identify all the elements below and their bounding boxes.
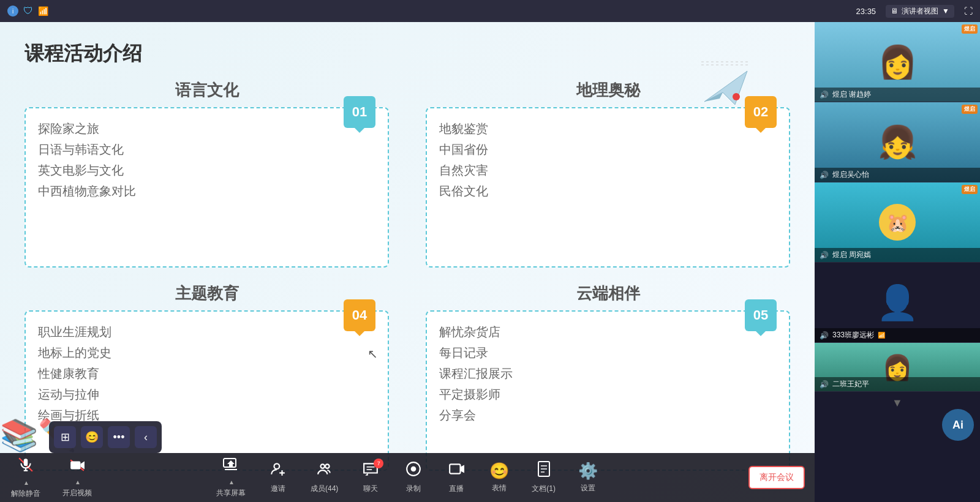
list-item: 地标上的党史 [38, 342, 375, 363]
start-video-button[interactable]: ▲ 开启视频 [51, 457, 103, 498]
section-number-4: 05 [745, 299, 777, 331]
invite-button[interactable]: 邀请 [257, 461, 300, 494]
svg-point-19 [325, 464, 330, 468]
settings-button[interactable]: ⚙️ 设置 [567, 462, 609, 493]
top-bar: i 🛡 📶 23:35 🖥 演讲者视图 ▼ ⛶ [0, 0, 980, 22]
fullscreen-icon[interactable]: ⛶ [964, 6, 973, 16]
settings-label: 设置 [581, 483, 595, 493]
section-2-heading: 地理奥秘 [426, 80, 790, 101]
mic-status-icon-1: 🔊 [820, 91, 829, 99]
members-button[interactable]: 成员(44) [300, 461, 349, 494]
list-item: 职业生涯规划 [38, 321, 375, 342]
presentation-area: 课程活动介绍 语言文化 [0, 22, 815, 502]
section-block-4: 云端相伴 05 解忧杂货店 每日记录 课程汇报展示 平定摄影师 分享会 [426, 283, 790, 474]
mic-status-icon-3: 🔊 [820, 251, 829, 260]
slide-grid: 语言文化 01 探险家之旅 日语与韩语文化 英文电影与文化 中西植物意象对比 地… [24, 80, 790, 474]
grid-view-button[interactable]: ⊞ [54, 426, 76, 448]
record-button[interactable]: 录制 [392, 461, 435, 494]
settings-icon: ⚙️ [578, 462, 598, 481]
record-label: 录制 [406, 484, 421, 494]
list-item: 运动与拉伸 [38, 384, 375, 405]
live-button[interactable]: 直播 [435, 461, 478, 494]
list-item: 地貌鉴赏 [439, 118, 777, 139]
clock-display: 23:35 [856, 7, 876, 16]
list-item: 平定摄影师 [439, 384, 777, 405]
top-bar-right: 23:35 🖥 演讲者视图 ▼ ⛶ [856, 5, 973, 18]
list-item: 日语与韩语文化 [38, 139, 375, 160]
video-label: 开启视频 [62, 488, 92, 498]
emoji-button[interactable]: 😊 [81, 426, 103, 448]
toolbar-right: 离开会议 [748, 466, 815, 489]
end-meeting-button[interactable]: 离开会议 [748, 466, 805, 489]
signal-icon-4: 📶 [878, 332, 885, 339]
logo-badge-1: 煜启 [962, 24, 978, 34]
svg-point-15 [274, 463, 279, 469]
mic-arrow[interactable]: ▲ [23, 479, 29, 486]
reaction-label: 表情 [492, 483, 507, 493]
list-item: 探险家之旅 [38, 118, 375, 139]
section-number-1: 01 [344, 96, 375, 128]
top-bar-left: i 🛡 📶 [7, 6, 48, 17]
toolbar-left: ▲ 解除静音 ▲ 开启视频 [0, 457, 103, 499]
logo-badge-3: 煜启 [962, 185, 978, 194]
share-icon [222, 457, 239, 476]
share-screen-button[interactable]: ▲ 共享屏幕 [205, 457, 257, 498]
list-item: 民俗文化 [439, 181, 777, 201]
participant-info-3: 🔊 煜启 周宛嫣 [815, 248, 980, 262]
section-4-heading: 云端相伴 [426, 283, 790, 304]
participant-avatar-3: 🐹 [879, 204, 916, 241]
invite-label: 邀请 [271, 484, 285, 494]
section-4-items: 解忧杂货店 每日记录 课程汇报展示 平定摄影师 分享会 [439, 321, 777, 425]
unmute-button[interactable]: ▲ 解除静音 [0, 457, 51, 499]
chat-icon: 7 [363, 461, 379, 481]
participant-name-3: 煜启 周宛嫣 [832, 250, 871, 260]
chevron-down-icon: ▼ [942, 7, 949, 15]
svg-point-18 [320, 464, 325, 468]
list-item: 课程汇报展示 [439, 363, 777, 384]
slide-title: 课程活动介绍 [24, 40, 790, 67]
chat-button[interactable]: 7 聊天 [349, 461, 392, 494]
participant-card-1: 👩 煜启 🔊 煜启 谢趋婷 [815, 22, 980, 102]
participant-card-4: 👤 🔊 333班廖远彬 📶 [815, 263, 980, 343]
section-block-2: 地理奥秘 02 地貌鉴赏 中国省份 自然灾害 民俗文化 [426, 80, 790, 271]
svg-point-24 [411, 466, 417, 472]
dots-button[interactable]: ••• [108, 426, 130, 448]
live-icon [448, 461, 464, 481]
toolbar: ▲ 解除静音 ▲ 开启视频 [0, 453, 815, 502]
section-3-heading: 主题教育 [24, 283, 389, 304]
share-label: 共享屏幕 [216, 488, 246, 498]
mic-status-icon-4: 🔊 [820, 331, 829, 340]
doc-button[interactable]: 文档(1) [521, 461, 567, 494]
section-1-box: 01 探险家之旅 日语与韩语文化 英文电影与文化 中西植物意象对比 [24, 107, 389, 268]
slide: 课程活动介绍 语言文化 [0, 22, 815, 502]
chat-label: 聊天 [363, 484, 378, 494]
svg-rect-25 [450, 464, 460, 473]
participant-info-2: 🔊 煜启吴心怡 [815, 168, 980, 182]
participant-info-5: 🔊 二班王妃平 [815, 377, 980, 391]
more-options-panel[interactable]: ⊞ 😊 ••• ‹ [49, 421, 162, 453]
participant-name-4: 333班廖远彬 [832, 330, 874, 340]
list-item: 分享会 [439, 405, 777, 425]
video-arrow[interactable]: ▲ [75, 479, 81, 485]
section-3-items: 职业生涯规划 地标上的党史 性健康教育 运动与拉伸 绘画与折纸 [38, 321, 375, 425]
participant-card-2: 👧 煜启 🔊 煜启吴心怡 [815, 102, 980, 182]
list-item: 中西植物意象对比 [38, 181, 375, 201]
list-item: 自然灾害 [439, 160, 777, 181]
participant-name-5: 二班王妃平 [832, 379, 869, 389]
collapse-button[interactable]: ‹ [135, 426, 157, 448]
doc-icon [537, 461, 551, 481]
chat-badge: 7 [374, 459, 383, 468]
svg-rect-10 [70, 461, 80, 469]
reaction-button[interactable]: 😊 表情 [478, 462, 521, 493]
participant-card-5: 👩 🔊 二班王妃平 [815, 343, 980, 392]
list-item: 性健康教育 [38, 363, 375, 384]
section-1-items: 探险家之旅 日语与韩语文化 英文电影与文化 中西植物意象对比 [38, 118, 375, 201]
presenter-view-button[interactable]: 🖥 演讲者视图 ▼ [886, 5, 954, 18]
share-arrow[interactable]: ▲ [228, 479, 235, 485]
info-icon: i [7, 6, 18, 17]
main-area: 课程活动介绍 语言文化 [0, 22, 980, 502]
ai-button[interactable]: Ai [942, 409, 974, 441]
signal-icon: 📶 [38, 6, 48, 16]
members-icon [317, 461, 333, 481]
presenter-label: 演讲者视图 [902, 6, 938, 17]
